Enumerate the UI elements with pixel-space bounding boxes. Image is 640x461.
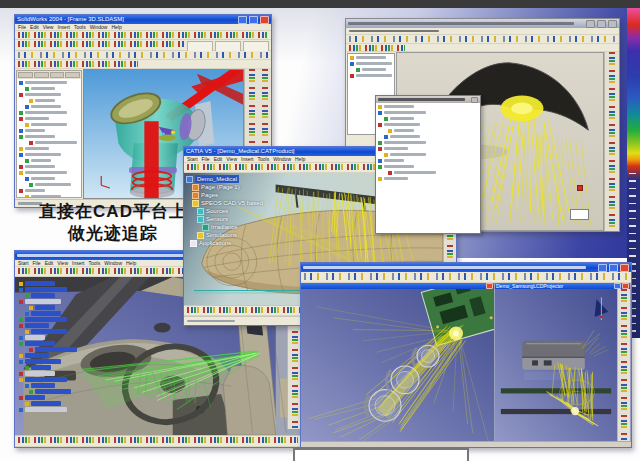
tree-row[interactable] [378, 140, 478, 145]
tree-row[interactable] [384, 134, 478, 139]
tree-row[interactable] [19, 395, 125, 400]
tree-row[interactable] [19, 170, 79, 175]
tree-row[interactable] [19, 323, 125, 328]
tree-row[interactable] [25, 104, 79, 109]
helmet-toolbar[interactable] [346, 35, 619, 44]
tree-row[interactable] [384, 152, 478, 157]
palette-titlebar[interactable] [376, 96, 480, 103]
menu-item[interactable]: Insert [57, 24, 70, 30]
tree-row[interactable] [19, 134, 79, 139]
maximize-button[interactable] [249, 16, 258, 24]
tree-row[interactable] [350, 61, 392, 66]
menu-item[interactable]: File [18, 24, 26, 30]
solidworks-toolbar-3[interactable] [15, 51, 271, 60]
tree-row[interactable] [378, 158, 478, 163]
menu-item[interactable]: Insert [241, 156, 254, 162]
tree-row[interactable] [19, 152, 79, 157]
projector-titlebar[interactable] [301, 263, 631, 272]
tree-row[interactable] [19, 287, 125, 292]
menu-item[interactable]: View [43, 24, 54, 30]
tree-row[interactable] [19, 116, 79, 121]
tree-item[interactable]: Sources [197, 207, 263, 215]
tree-row[interactable] [19, 317, 125, 322]
tree-row[interactable] [378, 164, 478, 169]
tree-row[interactable] [19, 146, 79, 151]
tree-row[interactable] [25, 401, 125, 406]
maximize-button[interactable] [597, 20, 606, 28]
tree-row[interactable] [25, 293, 125, 298]
tree-row[interactable] [378, 104, 478, 109]
menu-item[interactable]: Tools [89, 260, 101, 266]
tree-row[interactable] [25, 194, 79, 198]
close-button[interactable] [620, 264, 629, 272]
tree-item[interactable]: Applications [190, 239, 263, 247]
close-button[interactable] [260, 16, 269, 24]
menu-item[interactable]: Window [273, 156, 291, 162]
tree-row[interactable] [378, 110, 478, 115]
menu-item[interactable]: Window [90, 24, 108, 30]
feature-tree-tabs[interactable] [17, 71, 81, 79]
helmet-toolbar-2[interactable] [346, 44, 619, 52]
tree-row[interactable] [388, 128, 478, 133]
menu-item[interactable]: View [226, 156, 237, 162]
lcdprojector-right-toolbar[interactable] [617, 289, 630, 441]
menu-item[interactable]: Edit [214, 156, 223, 162]
menu-item[interactable]: Start [18, 260, 29, 266]
tree-row[interactable] [19, 377, 125, 382]
speos-tree-palette[interactable] [375, 95, 481, 234]
palette-tree[interactable] [376, 103, 480, 233]
helmet-titlebar[interactable] [346, 19, 619, 28]
menu-item[interactable]: Tools [258, 156, 270, 162]
tree-item[interactable]: Sensors [197, 215, 263, 223]
tree-row[interactable] [388, 170, 478, 175]
tree-row[interactable] [19, 92, 79, 97]
close-button[interactable] [608, 20, 617, 28]
tree-row[interactable] [25, 86, 79, 91]
tree-item[interactable]: Simulations [197, 231, 263, 239]
tree-row[interactable] [378, 122, 478, 127]
solidworks-toolbar-1[interactable] [15, 31, 271, 40]
tree-row[interactable] [29, 140, 79, 145]
menu-item[interactable]: View [57, 260, 68, 266]
tree-row[interactable] [25, 176, 79, 181]
pcb-lens-scene[interactable] [301, 289, 494, 441]
tree-item[interactable]: Irradiance [202, 223, 263, 231]
tree-row[interactable] [19, 341, 125, 346]
tree-row[interactable] [25, 383, 125, 388]
tree-item[interactable]: Demo_Medical [186, 175, 263, 183]
tree-row[interactable] [19, 353, 125, 358]
menu-item[interactable]: Edit [30, 24, 39, 30]
tree-row[interactable] [29, 182, 79, 187]
menu-item[interactable]: Insert [72, 260, 85, 266]
solidworks-toolbar-2[interactable] [15, 40, 271, 51]
maximize-button[interactable] [609, 264, 618, 272]
tree-item[interactable]: SPEOS CAD V5 based [192, 199, 263, 207]
projector-raytrace-scene[interactable] [495, 289, 617, 441]
menu-item[interactable]: Help [111, 24, 121, 30]
tree-row[interactable] [29, 98, 79, 103]
tree-item[interactable]: Pages [192, 191, 263, 199]
menu-item[interactable]: Edit [45, 260, 54, 266]
tree-row[interactable] [350, 73, 392, 78]
tree-row[interactable] [19, 299, 125, 304]
solidworks-titlebar[interactable]: SolidWorks 2004 - [Frame 3D.SLDASM] [15, 15, 271, 24]
tree-row[interactable] [19, 335, 125, 340]
tree-row[interactable] [29, 389, 125, 394]
car-bottom-toolbar[interactable] [15, 435, 301, 447]
car-feature-tree[interactable] [17, 280, 127, 413]
menu-item[interactable]: Tools [74, 24, 86, 30]
menu-item[interactable]: Start [187, 156, 198, 162]
menu-item[interactable]: Help [126, 260, 136, 266]
tree-row[interactable] [19, 80, 79, 85]
tree-row[interactable] [19, 128, 79, 133]
minimize-button[interactable] [586, 20, 595, 28]
menu-item[interactable]: File [202, 156, 210, 162]
tree-row[interactable] [29, 347, 125, 352]
helmet-menubar[interactable] [346, 28, 619, 35]
menu-item[interactable]: File [33, 260, 41, 266]
tree-item[interactable]: Page (Page 1) [192, 183, 263, 191]
solidworks-toolbar-4[interactable] [15, 60, 271, 69]
tree-row[interactable] [356, 67, 392, 72]
tree-row[interactable] [29, 305, 125, 310]
tree-row[interactable] [19, 407, 125, 412]
